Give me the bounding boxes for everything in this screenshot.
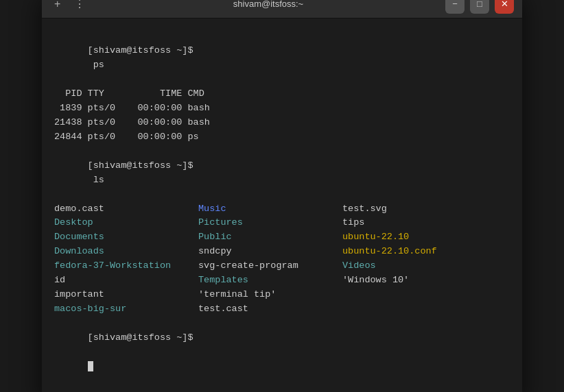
maximize-button[interactable]: □ — [470, 0, 489, 14]
ls-output: demo.cast Music test.svg Desktop Picture… — [54, 202, 510, 317]
terminal-body[interactable]: [shivam@itsfoss ~]$ ps PID TTY TIME CMD … — [42, 19, 522, 392]
list-item: Desktop — [54, 216, 198, 230]
ls-prompt-line: [shivam@itsfoss ~]$ ls — [54, 145, 510, 202]
list-item: important — [54, 288, 198, 302]
list-item: ubuntu-22.10.conf — [342, 245, 510, 259]
list-item: svg-create-program — [198, 259, 342, 273]
list-item: ubuntu-22.10 — [342, 230, 510, 245]
list-item — [342, 302, 510, 317]
prompt: [shivam@itsfoss ~]$ — [88, 45, 193, 56]
close-button[interactable]: ✕ — [495, 0, 514, 14]
ps-row-3: 24844 pts/0 00:00:00 ps — [54, 130, 510, 145]
list-item: Videos — [342, 259, 510, 273]
list-item: fedora-37-Workstation — [54, 259, 198, 273]
ps-row-1: 1839 pts/0 00:00:00 bash — [54, 101, 510, 116]
list-item: Documents — [54, 230, 198, 245]
prompt-2: [shivam@itsfoss ~]$ — [88, 160, 193, 171]
ps-prompt-line: [shivam@itsfoss ~]$ ps — [54, 29, 510, 87]
list-item: test.cast — [198, 302, 342, 317]
list-item: 'terminal tip' — [198, 288, 342, 302]
minimize-button[interactable]: − — [445, 0, 465, 14]
window-controls: − □ ✕ — [445, 0, 514, 14]
list-item: macos-big-sur — [54, 302, 198, 317]
terminal-window: + ⋮ shivam@itsfoss:~ − □ ✕ [shivam@itsfo… — [42, 0, 522, 392]
list-item: Music — [198, 202, 342, 217]
prompt-3: [shivam@itsfoss ~]$ — [88, 332, 193, 343]
cursor — [88, 361, 93, 371]
list-item: test.svg — [342, 202, 510, 217]
list-item — [342, 288, 510, 302]
list-item: Public — [198, 230, 342, 245]
titlebar-left-actions: + ⋮ — [50, 0, 91, 12]
list-item: tips — [342, 216, 510, 230]
current-prompt-line: [shivam@itsfoss ~]$ — [54, 317, 510, 389]
titlebar: + ⋮ shivam@itsfoss:~ − □ ✕ — [42, 0, 522, 19]
ps-row-2: 21438 pts/0 00:00:00 bash — [54, 116, 510, 130]
list-item: 'Windows 10' — [342, 273, 510, 288]
list-item: id — [54, 273, 198, 288]
list-item: Templates — [198, 273, 342, 288]
list-item: sndcpy — [198, 245, 342, 259]
list-item: Pictures — [198, 216, 342, 230]
window-title: shivam@itsfoss:~ — [91, 0, 445, 9]
more-options-button[interactable]: ⋮ — [70, 0, 89, 12]
add-tab-button[interactable]: + — [50, 0, 64, 12]
list-item: Downloads — [54, 245, 198, 259]
list-item: demo.cast — [54, 202, 198, 217]
ps-header: PID TTY TIME CMD — [54, 87, 510, 101]
